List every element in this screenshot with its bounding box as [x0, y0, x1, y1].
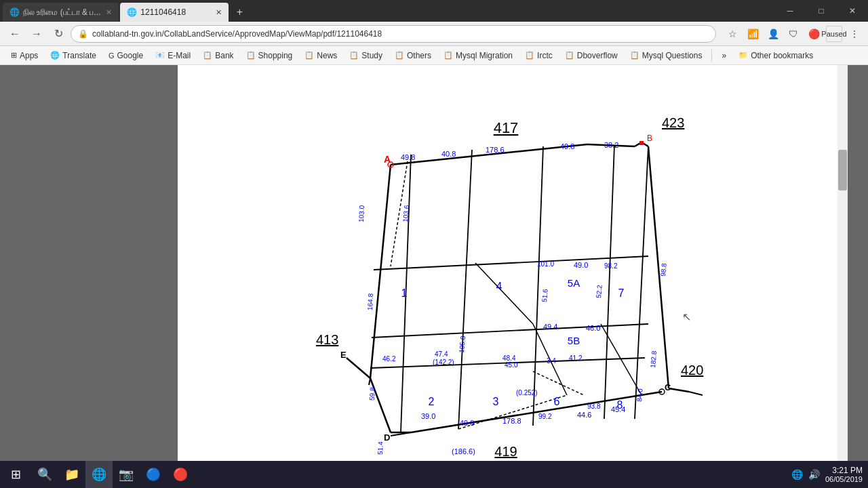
svg-text:7: 7	[618, 287, 625, 299]
network-icon: 🌐	[791, 469, 803, 480]
irctc-icon: 📋	[525, 51, 534, 60]
address-bar[interactable]: 🔒 collabland-tn.gov.in/CollabLandService…	[71, 25, 716, 43]
bookmark-mysql-migration-label: Mysql Migration	[456, 51, 513, 60]
bookmark-translate[interactable]: 🌐 Translate	[45, 49, 102, 62]
bookmark-bank[interactable]: 📋 Bank	[197, 49, 239, 62]
svg-text:49.8: 49.8	[401, 153, 415, 161]
right-panel	[848, 65, 868, 488]
svg-text:84.0: 84.0	[635, 388, 644, 402]
browser-toolbar: ← → ↻ 🔒 collabland-tn.gov.in/CollabLandS…	[0, 22, 868, 46]
svg-text:38.2: 38.2	[604, 141, 618, 149]
forward-button[interactable]: →	[27, 24, 46, 43]
bookmarks-bar: ⊞ Apps 🌐 Translate G Google 📧 E-Mail 📋 B…	[0, 46, 868, 65]
bookmark-irctc[interactable]: 📋 Irctc	[519, 49, 558, 62]
svg-text:98.8: 98.8	[659, 262, 668, 277]
svg-text:101.0: 101.0	[537, 260, 554, 268]
svg-text:41.2: 41.2	[569, 354, 583, 362]
clock-time: 3:21 PM	[825, 466, 863, 475]
title-bar: 🌐 நில உரிமை (பட்டா & ப... ✕ 🌐 1211046418…	[0, 0, 868, 22]
svg-text:45.0: 45.0	[505, 361, 518, 369]
back-button[interactable]: ←	[5, 24, 24, 43]
bookmark-email[interactable]: 📧 E-Mail	[150, 49, 196, 62]
maximize-button[interactable]: □	[806, 0, 837, 22]
tabs-area: 🌐 நில உரிமை (பட்டா & ப... ✕ 🌐 1211046418…	[0, 0, 774, 22]
svg-text:C: C	[665, 382, 671, 392]
svg-line-25	[475, 263, 533, 324]
menu-button[interactable]: ⋮	[846, 26, 863, 42]
refresh-button[interactable]: ↻	[49, 24, 68, 43]
taskbar: ⊞ 🔍 📁 🌐 📷 🔵 🔴 🌐 🔊 3:21 PM 06/05/2019	[0, 461, 868, 488]
minimize-button[interactable]: ─	[774, 0, 806, 22]
svg-line-11	[347, 358, 370, 378]
profile-icon[interactable]: 👤	[765, 26, 781, 42]
bookmark-news[interactable]: 📋 News	[299, 49, 342, 62]
bookmark-apps[interactable]: ⊞ Apps	[5, 49, 43, 62]
bookmark-more[interactable]: »	[716, 49, 732, 62]
toolbar-right: ☆ 📶 👤 🛡 🔴 Paused ⋮	[724, 26, 863, 42]
content-area: A B C D E 417 423 413 420	[0, 65, 868, 488]
svg-text:51.4: 51.4	[376, 441, 384, 455]
photos-taskbar-icon[interactable]: 📷	[113, 461, 140, 488]
tab2-label: 1211046418	[140, 7, 186, 17]
svg-text:39.0: 39.0	[421, 412, 435, 420]
tab1-favicon: 🌐	[9, 7, 19, 17]
mysql-questions-icon: 📋	[630, 51, 639, 60]
window-controls: ─ □ ✕	[774, 0, 868, 22]
adblock-icon: 🔴	[806, 26, 822, 42]
svg-text:59.8: 59.8	[368, 387, 376, 401]
file-explorer-taskbar-icon[interactable]: 📁	[58, 461, 85, 488]
bookmark-irctc-label: Irctc	[537, 51, 553, 60]
new-tab-button[interactable]: +	[230, 3, 249, 22]
chrome-taskbar-icon[interactable]: 🌐	[85, 461, 113, 488]
svg-line-16	[533, 146, 543, 426]
svg-line-5	[669, 388, 689, 392]
ruby-taskbar-icon[interactable]: 🔴	[167, 461, 194, 488]
bookmark-study-label: Study	[361, 51, 382, 60]
svg-text:1: 1	[401, 287, 408, 299]
tab1-close[interactable]: ✕	[100, 8, 112, 17]
land-survey-map: A B C D E 417 423 413 420	[279, 87, 747, 466]
bookmark-email-label: E-Mail	[167, 51, 191, 60]
bookmark-mysql-questions[interactable]: 📋 Mysql Questions	[625, 49, 708, 62]
other-bookmarks-icon: 📁	[738, 51, 748, 60]
svg-line-15	[458, 150, 472, 429]
bank-icon: 📋	[203, 51, 212, 60]
svg-text:46.2: 46.2	[382, 355, 396, 363]
start-button[interactable]: ⊞	[0, 461, 31, 488]
scrollbar-thumb[interactable]	[838, 150, 847, 190]
svg-text:423: 423	[662, 115, 684, 130]
left-panel	[0, 65, 178, 488]
close-button[interactable]: ✕	[837, 0, 868, 22]
svg-text:417: 417	[494, 119, 519, 136]
svg-text:49.4: 49.4	[543, 323, 557, 331]
bookmark-other-bookmarks[interactable]: 📁 Other bookmarks	[733, 49, 818, 62]
visual-studio-taskbar-icon[interactable]: 🔵	[140, 461, 167, 488]
bookmark-apps-label: Apps	[20, 51, 38, 60]
bookmark-study[interactable]: 📋 Study	[344, 49, 388, 62]
svg-text:419: 419	[494, 444, 517, 459]
bookmark-others[interactable]: 📋 Others	[389, 49, 437, 62]
star-icon[interactable]: ☆	[724, 26, 741, 42]
bookmark-google[interactable]: G Google	[103, 49, 149, 62]
svg-text:93.8: 93.8	[587, 403, 601, 410]
tab2-close[interactable]: ✕	[210, 8, 222, 17]
paused-label[interactable]: Paused	[826, 26, 842, 42]
svg-text:3: 3	[493, 396, 499, 407]
shopping-icon: 📋	[246, 51, 256, 60]
tab1-label: நில உரிமை (பட்டா & ப...	[23, 7, 100, 17]
browser-tab-2[interactable]: 🌐 1211046418 ✕	[120, 3, 229, 22]
bookmark-news-label: News	[317, 51, 337, 60]
bookmark-dboverflow[interactable]: 📋 Dboverflow	[559, 49, 623, 62]
bookmark-other-bookmarks-label: Other bookmarks	[751, 51, 813, 60]
svg-line-12	[370, 378, 391, 432]
bookmark-mysql-migration[interactable]: 📋 Mysql Migration	[438, 49, 518, 62]
browser-tab-1[interactable]: 🌐 நில உரிமை (பட்டா & ப... ✕	[3, 3, 119, 22]
bookmark-google-label: Google	[117, 51, 144, 60]
bookmark-shopping[interactable]: 📋 Shopping	[241, 49, 298, 62]
svg-text:103.6: 103.6	[401, 205, 410, 222]
vertical-scrollbar[interactable]	[837, 65, 848, 488]
svg-text:178.6: 178.6	[486, 146, 505, 154]
search-taskbar-icon[interactable]: 🔍	[31, 461, 58, 488]
main-content[interactable]: A B C D E 417 423 413 420	[178, 65, 848, 488]
dboverflow-icon: 📋	[565, 51, 574, 60]
